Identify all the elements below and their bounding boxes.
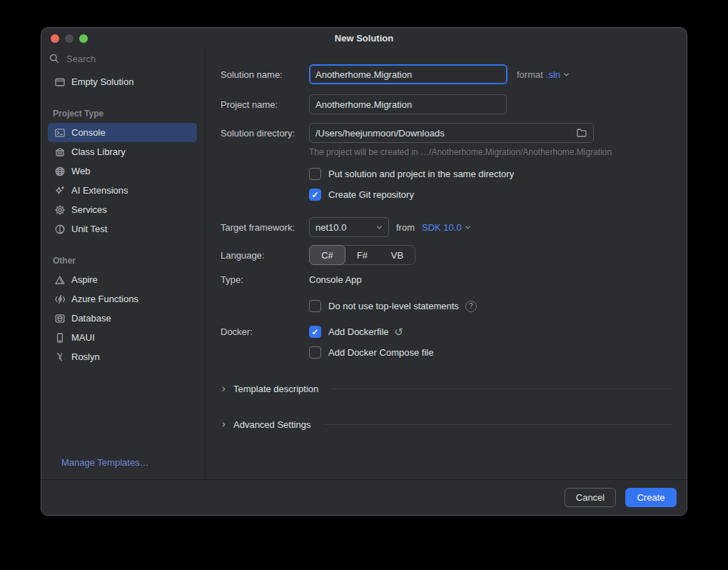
help-icon[interactable]: ?	[465, 301, 477, 312]
type-label: Type:	[221, 274, 309, 285]
divider	[332, 389, 673, 389]
format-label: format	[517, 69, 543, 80]
library-icon	[54, 146, 66, 158]
chevron-down-icon	[376, 224, 383, 231]
language-option-csharp[interactable]: C#	[309, 245, 345, 265]
language-option-vb[interactable]: VB	[380, 246, 415, 264]
sidebar-item-ai-extensions[interactable]: AI Extensions	[48, 181, 197, 200]
solution-directory-input[interactable]: /Users/heejunmoon/Downloads	[309, 123, 594, 143]
checkbox-same-directory[interactable]: ✓ Put solution and project in the same d…	[309, 168, 514, 180]
dialog-footer: Cancel Create	[41, 479, 687, 515]
docker-label: Docker:	[221, 326, 309, 337]
gear-icon	[54, 204, 66, 216]
target-framework-select[interactable]: net10.0	[309, 217, 389, 237]
checkbox-box: ✓	[309, 168, 321, 180]
checkbox-box: ✓	[309, 300, 321, 312]
terminal-icon	[54, 127, 66, 139]
sidebar-item-roslyn[interactable]: Roslyn	[48, 347, 197, 366]
language-option-fsharp[interactable]: F#	[345, 246, 380, 264]
sidebar-item-services[interactable]: Services	[48, 200, 197, 219]
from-label: from	[396, 222, 415, 233]
directory-hint-text: The project will be created in …/Another…	[309, 147, 612, 157]
language-label: Language:	[221, 250, 309, 261]
chevron-down-icon[interactable]	[465, 224, 471, 231]
create-button[interactable]: Create	[625, 488, 677, 507]
title-bar: New Solution	[41, 28, 687, 49]
undo-icon[interactable]: ↺	[395, 326, 404, 337]
window-icon	[54, 76, 66, 88]
project-name-input[interactable]: Anotherhome.Migration	[309, 94, 507, 114]
checkbox-box: ✓	[309, 189, 321, 201]
dialog-title: New Solution	[41, 33, 687, 44]
advanced-settings-expander[interactable]: Advanced Settings	[221, 419, 673, 430]
sidebar-item-database[interactable]: Database	[48, 309, 197, 328]
sidebar-item-maui[interactable]: MAUI	[48, 328, 197, 347]
template-description-expander[interactable]: Template description	[221, 384, 673, 394]
folder-icon[interactable]	[576, 127, 587, 139]
database-icon	[54, 313, 66, 324]
format-value-link[interactable]: .sln	[546, 69, 560, 80]
globe-icon	[54, 166, 66, 177]
lightning-icon	[54, 294, 66, 305]
divider	[324, 424, 673, 425]
sparkle-icon	[54, 185, 66, 196]
sidebar-item-azure-functions[interactable]: Azure Functions	[48, 289, 197, 309]
solution-name-input[interactable]: Anotherhome.Migration	[309, 64, 507, 84]
search-input[interactable]: Search	[41, 49, 205, 68]
search-icon	[49, 53, 60, 64]
solution-directory-label: Solution directory:	[221, 128, 309, 139]
section-header-other: Other	[41, 253, 205, 266]
manage-templates-link[interactable]: Manage Templates…	[61, 457, 149, 468]
phone-icon	[54, 332, 66, 344]
new-solution-form: Solution name: Anotherhome.Migration for…	[206, 49, 687, 479]
sidebar-item-web[interactable]: Web	[48, 161, 197, 181]
checkbox-add-dockerfile[interactable]: ✓ Add Dockerfile	[309, 326, 389, 338]
lambda-icon	[54, 351, 66, 363]
chevron-down-icon[interactable]	[563, 71, 570, 78]
template-sidebar: Search Empty Solution Project Type Conso…	[41, 49, 206, 479]
sidebar-item-console[interactable]: Console	[48, 123, 197, 142]
sidebar-item-class-library[interactable]: Class Library	[48, 142, 197, 161]
sdk-version-link[interactable]: SDK 10.0	[422, 222, 462, 233]
sidebar-item-aspire[interactable]: Aspire	[48, 270, 197, 289]
chevron-right-icon	[221, 421, 227, 428]
chevron-right-icon	[221, 386, 227, 392]
checkbox-box: ✓	[309, 346, 321, 359]
cancel-button[interactable]: Cancel	[565, 488, 616, 507]
triangle-icon	[54, 274, 66, 286]
solution-name-label: Solution name:	[221, 69, 309, 80]
checkbox-top-level-statements[interactable]: ✓ Do not use top-level statements	[309, 300, 459, 312]
search-placeholder: Search	[66, 54, 96, 64]
project-name-label: Project name:	[221, 99, 309, 110]
sidebar-item-unit-test[interactable]: Unit Test	[48, 219, 197, 239]
new-solution-dialog: New Solution Search Empty Solution Proje…	[41, 27, 687, 516]
type-value: Console App	[309, 274, 362, 285]
section-header-project-type: Project Type	[41, 106, 205, 119]
sidebar-item-empty-solution[interactable]: Empty Solution	[48, 72, 197, 91]
language-segmented-control: C# F# VB	[309, 245, 415, 265]
flask-icon	[54, 224, 66, 235]
checkbox-box: ✓	[309, 326, 321, 338]
target-framework-label: Target framework:	[221, 222, 309, 233]
checkbox-create-git[interactable]: ✓ Create Git repository	[309, 189, 414, 201]
checkbox-add-docker-compose[interactable]: ✓ Add Docker Compose file	[309, 346, 433, 359]
